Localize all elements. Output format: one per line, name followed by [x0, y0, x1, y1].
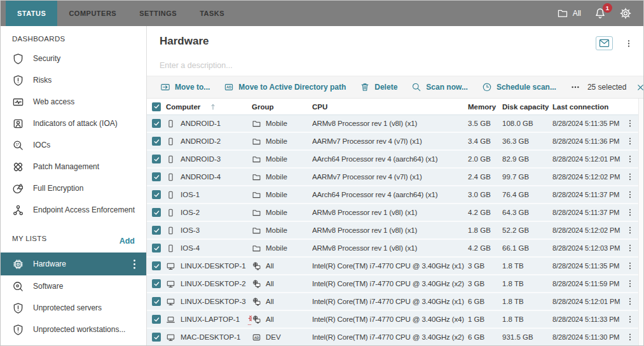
row-checkbox[interactable] — [152, 226, 161, 235]
more-actions-button[interactable] — [563, 83, 587, 92]
row-menu-kebab-icon[interactable] — [626, 315, 634, 324]
column-header-group[interactable]: Group — [252, 103, 312, 111]
toolbar-button-scan-now[interactable]: Scan now... — [404, 82, 475, 92]
computer-name[interactable]: LINUX-DESKTOP-1 — [181, 262, 246, 270]
row-menu-kebab-icon[interactable] — [626, 279, 634, 288]
computer-name[interactable]: IOS-3 — [181, 226, 200, 234]
computer-name[interactable]: ANDROID-4 — [181, 173, 221, 181]
table-row[interactable]: LINUX-LAPTOP-1 All Intel(R) Core(TM) i7-… — [147, 311, 638, 329]
computer-name[interactable]: ANDROID-3 — [181, 155, 221, 163]
column-header-memory[interactable]: Memory — [468, 103, 502, 111]
row-checkbox[interactable] — [152, 119, 161, 128]
row-menu-kebab-icon[interactable] — [626, 172, 634, 181]
computer-name[interactable]: IOS-2 — [181, 209, 200, 216]
tab-status[interactable]: STATUS — [6, 1, 57, 26]
add-list-link[interactable]: Add — [120, 237, 135, 246]
row-menu-kebab-icon[interactable] — [626, 190, 634, 199]
row-menu-kebab-icon[interactable] — [626, 119, 634, 128]
vertical-scrollbar[interactable] — [638, 99, 643, 346]
select-all-checkbox[interactable] — [152, 102, 161, 111]
computer-name[interactable]: ANDROID-2 — [181, 137, 221, 145]
row-checkbox[interactable] — [152, 137, 161, 146]
folder-icon — [252, 208, 261, 218]
row-checkbox[interactable] — [152, 172, 161, 181]
send-report-button[interactable] — [596, 36, 613, 50]
description-input[interactable] — [160, 61, 631, 70]
row-checkbox[interactable] — [152, 208, 161, 217]
row-menu-kebab-icon[interactable] — [626, 333, 634, 342]
table-row[interactable]: ANDROID-2 Mobile AARMv7 Processor rev 4 … — [147, 133, 638, 151]
column-header-last-connection[interactable]: Last connection — [552, 103, 621, 111]
tab-settings[interactable]: SETTINGS — [128, 1, 188, 26]
main-tabs: STATUSCOMPUTERSSETTINGSTASKS — [1, 1, 236, 26]
tab-computers[interactable]: COMPUTERS — [57, 1, 128, 26]
group-filter-button[interactable]: All — [557, 8, 581, 19]
sidebar-item-software[interactable]: Software — [1, 275, 146, 297]
toolbar-button-move-to-active-directory-path[interactable]: ADMove to Active Directory path — [217, 82, 353, 92]
sidebar-item-iocs[interactable]: IOCs — [1, 134, 146, 156]
table-row[interactable]: ANDROID-1 Mobile ARMv8 Processor rev 1 (… — [147, 115, 638, 133]
computer-name[interactable]: MAC-DESKTOP-1 — [181, 333, 240, 341]
row-menu-kebab-icon[interactable] — [626, 261, 634, 270]
list-options-kebab-icon[interactable] — [128, 258, 137, 270]
sidebar-item-web-access[interactable]: Web access — [1, 91, 146, 113]
sidebar-item-indicators-of-attack-ioa[interactable]: Indicators of attack (IOA) — [1, 113, 146, 134]
gear-icon — [619, 7, 632, 20]
sidebar-item-patch-management[interactable]: Patch Management — [1, 156, 146, 177]
tab-label: SETTINGS — [139, 10, 177, 17]
row-checkbox[interactable] — [152, 190, 161, 199]
notifications-button[interactable]: 1 — [594, 7, 606, 20]
column-header-disk-capacity[interactable]: Disk capacity — [502, 103, 552, 111]
row-menu-kebab-icon[interactable] — [626, 226, 634, 235]
sidebar-item-risks[interactable]: Risks — [1, 69, 146, 91]
row-checkbox[interactable] — [152, 244, 161, 253]
toolbar-button-delete[interactable]: Delete — [353, 82, 404, 92]
row-menu-kebab-icon[interactable] — [626, 297, 634, 306]
table-row[interactable]: IOS-2 Mobile ARMv8 Processor rev 1 (v8l)… — [147, 204, 638, 222]
table-row[interactable]: IOS-1 Mobile AArch64 Processor rev 4 (aa… — [147, 186, 638, 204]
tab-tasks[interactable]: TASKS — [188, 1, 236, 26]
sidebar-item-unprotected-workstations[interactable]: Unprotected workstations... — [1, 319, 146, 340]
sidebar-item-endpoint-access-enforcement[interactable]: Endpoint Access Enforcement — [1, 199, 146, 221]
sidebar-item-full-encryption[interactable]: Full Encryption — [1, 177, 146, 199]
computer-name[interactable]: IOS-1 — [181, 191, 200, 198]
toolbar-button-schedule-scan[interactable]: Schedule scan... — [475, 82, 563, 92]
memory-value: 3.4 GB — [468, 137, 502, 145]
row-menu-kebab-icon[interactable] — [626, 137, 634, 146]
network-icon — [12, 204, 24, 216]
row-menu-kebab-icon[interactable] — [626, 155, 634, 163]
table-row[interactable]: LINUX-DESKTOP-1 All Intel(R) Core(TM) i7… — [147, 258, 638, 275]
row-checkbox[interactable] — [152, 279, 161, 288]
table-row[interactable]: LINUX-DESKTOP-2 All Intel(R) Core(TM) i7… — [147, 275, 638, 293]
row-menu-kebab-icon[interactable] — [626, 208, 634, 217]
table-row[interactable]: LINUX-DESKTOP-3 All Intel(R) Core(TM) i7… — [147, 293, 638, 311]
row-checkbox[interactable] — [152, 155, 161, 163]
page-menu-kebab-icon[interactable] — [624, 39, 633, 48]
column-header-cpu[interactable]: CPU — [312, 103, 468, 111]
sidebar-item-unprotected-servers[interactable]: Unprotected servers — [1, 297, 146, 319]
computer-name[interactable]: ANDROID-1 — [181, 120, 221, 127]
table-row[interactable]: IOS-4 Mobile ARMv8 Processor rev 1 (v8l)… — [147, 240, 638, 258]
computer-name[interactable]: LINUX-LAPTOP-1 — [181, 315, 240, 323]
close-selection-icon[interactable] — [636, 83, 644, 92]
row-checkbox[interactable] — [152, 261, 161, 270]
row-checkbox[interactable] — [152, 333, 161, 342]
row-checkbox[interactable] — [152, 315, 161, 324]
sidebar-item-hardware[interactable]: Hardware — [1, 253, 146, 275]
table-row[interactable]: MAC-DESKTOP-1 ADDEV Intel(R) Core(TM) i7… — [147, 329, 638, 346]
row-menu-kebab-icon[interactable] — [626, 244, 634, 253]
computer-name[interactable]: LINUX-DESKTOP-3 — [181, 298, 246, 305]
table-row[interactable]: ANDROID-3 Mobile AArch64 Processor rev 4… — [147, 151, 638, 169]
column-header-computer[interactable]: Computer — [166, 103, 252, 111]
computer-name[interactable]: IOS-4 — [181, 244, 200, 252]
settings-button[interactable] — [619, 7, 632, 20]
sidebar-item-label: Web access — [33, 97, 74, 106]
row-checkbox[interactable] — [152, 297, 161, 306]
table-row[interactable]: ANDROID-4 Mobile AARMv7 Processor rev 4 … — [147, 169, 638, 186]
computer-name[interactable]: LINUX-DESKTOP-2 — [181, 280, 246, 287]
sidebar-item-security[interactable]: Security — [1, 48, 146, 69]
toolbar-button-move-to[interactable]: Move to... — [153, 82, 217, 92]
last-connection-value: 8/28/2024 5:12:01 PM — [552, 298, 621, 305]
group-name: Mobile — [266, 120, 287, 127]
table-row[interactable]: IOS-3 Mobile ARMv8 Processor rev 1 (v8l)… — [147, 222, 638, 240]
